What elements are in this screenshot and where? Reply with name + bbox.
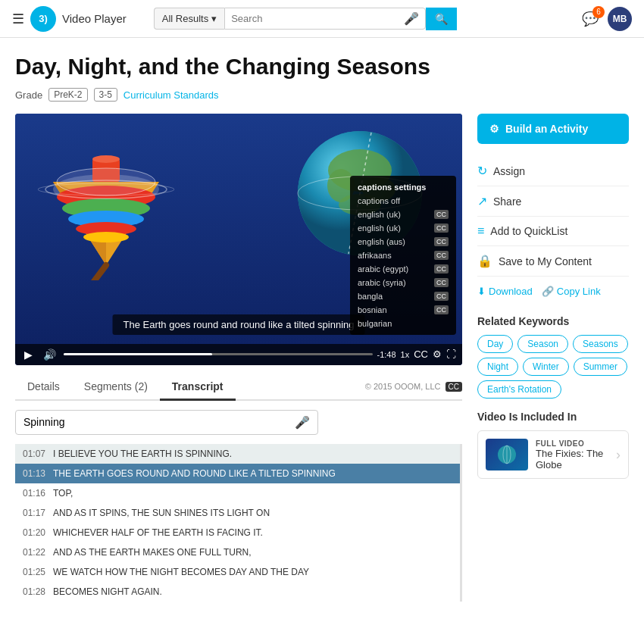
caption-english-uk2[interactable]: english (uk) CC — [350, 221, 456, 235]
cc-license-badge: CC — [445, 382, 462, 392]
time-elapsed: -1:48 — [377, 350, 396, 359]
subtitles-icon[interactable]: CC — [414, 349, 428, 360]
curriculum-standards-link[interactable]: Curriculum Standards — [123, 89, 219, 101]
search-dropdown[interactable]: All Results ▾ — [154, 8, 224, 30]
transcript-item-0128[interactable]: 01:28 BECOMES NIGHT AGAIN. — [15, 582, 460, 602]
content-area: The Earth goes round and round like a ti… — [15, 114, 629, 602]
keyword-season[interactable]: Season — [517, 335, 568, 353]
speed-button[interactable]: 1x — [401, 350, 410, 359]
download-link[interactable]: ⬇ Download — [477, 286, 533, 297]
transcript-time: 01:07 — [23, 449, 47, 459]
tabs: Details Segments (2) Transcript — [15, 374, 236, 399]
transcript-item-0117[interactable]: 01:17 AND AS IT SPINS, THE SUN SHINES IT… — [15, 503, 460, 523]
copyright: © 2015 OOOM, LLC CC — [365, 382, 462, 392]
quicklist-label: Add to QuickList — [490, 225, 567, 237]
keyword-night[interactable]: Night — [477, 358, 518, 376]
transcript-search-input[interactable] — [23, 416, 289, 428]
chat-badge: 6 — [592, 6, 605, 18]
tab-segments[interactable]: Segments (2) — [72, 374, 160, 401]
grade-badge-35[interactable]: 3-5 — [94, 88, 117, 102]
cc-badge6: CC — [434, 278, 449, 287]
cc-badge7: CC — [434, 292, 449, 301]
caption-arabic-egypt[interactable]: arabic (egypt) CC — [350, 262, 456, 276]
transcript-time: 01:20 — [23, 527, 47, 538]
quicklist-action[interactable]: ≡ Add to QuickList — [477, 217, 629, 246]
video-section: The Earth goes round and round like a ti… — [15, 114, 462, 602]
video-card[interactable]: FULL VIDEO The Fixies: The Globe › — [477, 430, 629, 479]
caption-settings-header[interactable]: captions settings — [350, 180, 456, 194]
caption-bulgarian[interactable]: bulgarian — [350, 317, 456, 330]
avatar[interactable]: MB — [608, 7, 632, 31]
caption-afrikaans[interactable]: afrikaans CC — [350, 249, 456, 262]
build-activity-label: Build an Activity — [505, 123, 588, 135]
transcript-item-0122[interactable]: 01:22 AND AS THE EARTH MAKES ONE FULL TU… — [15, 542, 460, 562]
tab-transcript[interactable]: Transcript — [160, 374, 236, 401]
transcript-item-0120[interactable]: 01:20 WHICHEVER HALF OF THE EARTH IS FAC… — [15, 523, 460, 542]
transcript-text: WHICHEVER HALF OF THE EARTH IS FACING IT… — [53, 527, 263, 538]
grade-label: Grade — [15, 89, 42, 101]
page-title: Day, Night, and the Changing Seasons — [15, 53, 629, 80]
transcript-text: AND AS IT SPINS, THE SUN SHINES ITS LIGH… — [53, 508, 270, 518]
video-subtitle: The Earth goes round and round like a ti… — [113, 314, 365, 335]
search-input-wrap: 🎤 — [224, 8, 426, 30]
transcript-text: WE WATCH HOW THE NIGHT BECOMES DAY AND T… — [53, 567, 309, 577]
caption-bangla[interactable]: bangla CC — [350, 289, 456, 303]
transcript-item-0125[interactable]: 01:25 WE WATCH HOW THE NIGHT BECOMES DAY… — [15, 562, 460, 582]
cc-badge3: CC — [434, 237, 449, 246]
keyword-day[interactable]: Day — [477, 335, 513, 353]
progress-bar[interactable] — [64, 353, 373, 355]
progress-fill — [64, 353, 212, 355]
caption-arabic-syria[interactable]: arabic (syria) CC — [350, 276, 456, 289]
share-icon: ↗ — [477, 194, 487, 208]
build-activity-button[interactable]: ⚙ Build an Activity — [477, 114, 629, 144]
save-action[interactable]: 🔒 Save to My Content — [477, 246, 629, 277]
svg-point-7 — [83, 232, 129, 242]
grade-badge-prek2[interactable]: PreK-2 — [48, 88, 87, 102]
cc-badge4: CC — [434, 251, 449, 260]
volume-button[interactable]: 🔊 — [40, 347, 59, 362]
download-icon: ⬇ — [477, 286, 486, 297]
share-action[interactable]: ↗ Share — [477, 186, 629, 217]
hamburger-icon[interactable]: ☰ — [12, 11, 24, 27]
play-button[interactable]: ▶ — [21, 347, 36, 362]
assign-label: Assign — [493, 165, 525, 177]
transcript-item-0107[interactable]: 01:07 I BELIEVE YOU THE EARTH IS SPINNIN… — [15, 444, 460, 464]
keyword-seasons[interactable]: Seasons — [573, 335, 628, 353]
fullscreen-icon[interactable]: ⛶ — [446, 349, 456, 360]
transcript-list: 01:07 I BELIEVE YOU THE EARTH IS SPINNIN… — [15, 444, 462, 602]
video-card-info: FULL VIDEO The Fixies: The Globe — [536, 439, 608, 470]
settings-icon[interactable]: ⚙ — [433, 349, 442, 360]
search-input[interactable] — [225, 8, 398, 29]
video-card-arrow-icon: › — [616, 447, 621, 463]
cc-badge5: CC — [434, 264, 449, 274]
caption-english-aus[interactable]: english (aus) CC — [350, 235, 456, 249]
sidebar: ⚙ Build an Activity ↻ Assign ↗ Share ≡ A… — [477, 114, 629, 602]
chat-icon[interactable]: 💬 6 — [582, 11, 599, 27]
tab-details[interactable]: Details — [15, 374, 72, 401]
mic-icon[interactable]: 🎤 — [398, 11, 425, 26]
main-content: Day, Night, and the Changing Seasons Gra… — [0, 38, 644, 602]
copy-link[interactable]: 🔗 Copy Link — [542, 286, 601, 297]
video-player: The Earth goes round and round like a ti… — [15, 114, 462, 365]
transcript-time: 01:17 — [23, 508, 47, 518]
captions-off-option[interactable]: captions off — [350, 194, 456, 208]
video-thumbnail — [486, 439, 528, 470]
keyword-winter[interactable]: Winter — [523, 358, 569, 376]
caption-bosnian[interactable]: bosnian CC — [350, 303, 456, 317]
save-icon: 🔒 — [477, 254, 492, 268]
search-button[interactable]: 🔍 — [426, 8, 457, 30]
spinning-top-graphic — [38, 129, 174, 280]
transcript-item-0113[interactable]: 01:13 THE EARTH GOES ROUND AND ROUND LIK… — [15, 464, 460, 483]
app-title: Video Player — [62, 12, 127, 25]
video-card-label: FULL VIDEO — [536, 439, 608, 448]
header-right: 💬 6 MB — [582, 7, 632, 31]
copyright-text: © 2015 OOOM, LLC — [365, 382, 441, 391]
transcript-mic-icon[interactable]: 🎤 — [295, 415, 310, 430]
logo-circle: 3) — [30, 6, 56, 32]
assign-action[interactable]: ↻ Assign — [477, 156, 629, 186]
transcript-item-0116[interactable]: 01:16 TOP, — [15, 483, 460, 503]
keyword-earths-rotation[interactable]: Earth's Rotation — [477, 380, 561, 399]
keyword-summer[interactable]: Summer — [574, 358, 627, 376]
video-controls: ▶ 🔊 -1:48 1x CC ⚙ ⛶ — [15, 344, 462, 365]
caption-english-uk[interactable]: english (uk) CC — [350, 208, 456, 221]
